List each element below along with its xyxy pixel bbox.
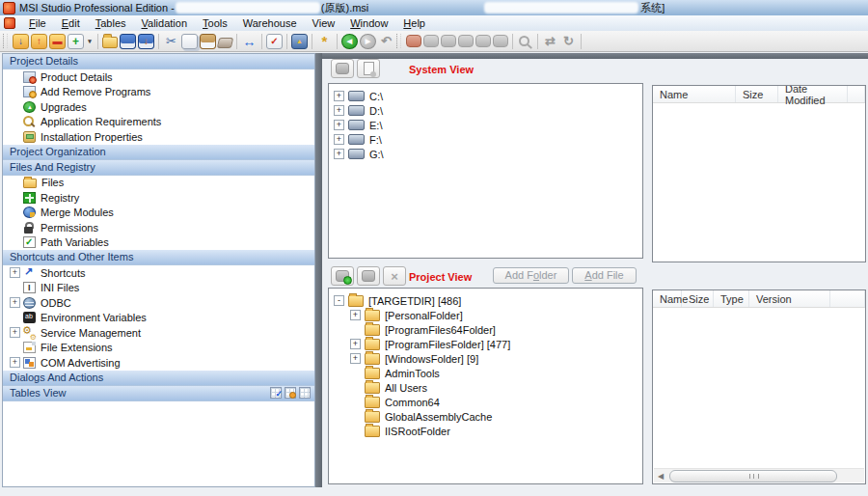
sidebar-section-project-organization[interactable]: Project Organization (3, 145, 314, 160)
sidebar-item-odbc[interactable]: +ODBC (3, 295, 314, 311)
validate-icon[interactable]: ✓ (266, 34, 283, 49)
child-window-icon[interactable] (4, 17, 15, 29)
toolbar-grip[interactable] (396, 34, 401, 48)
package-op-6-icon[interactable] (493, 35, 508, 47)
refresh-icon[interactable]: ↻ (560, 34, 577, 49)
expander[interactable]: + (10, 357, 20, 368)
menu-tools[interactable]: Tools (195, 16, 235, 30)
table-view-modified-icon[interactable] (285, 387, 296, 399)
package-op-4-icon[interactable] (458, 35, 474, 47)
undo-icon[interactable]: ↶ (378, 34, 394, 49)
menu-file[interactable]: File (21, 16, 54, 30)
sidebar-section-files-and-registry[interactable]: Files And Registry (3, 160, 314, 176)
horizontal-scrollbar[interactable]: ◀ (654, 468, 864, 482)
scrollbar-thumb[interactable] (669, 470, 837, 482)
package-op-1-icon[interactable] (406, 35, 421, 47)
expander[interactable]: + (350, 353, 361, 364)
project-tree-row[interactable]: Common64 (329, 395, 642, 409)
project-tree-row[interactable]: IISRootFolder (329, 424, 642, 438)
menu-window[interactable]: Window (342, 16, 395, 30)
sync-icon[interactable]: ⇄ (542, 34, 558, 49)
sidebar-section-dialogs-and-actions[interactable]: Dialogs And Actions (3, 371, 314, 386)
horizontal-splitter[interactable] (322, 53, 868, 59)
menu-help[interactable]: Help (395, 16, 433, 30)
remove-from-project-button[interactable]: × (383, 266, 406, 286)
extract-from-project-button[interactable] (357, 266, 380, 286)
sidebar-item-shortcuts[interactable]: +Shortcuts (3, 265, 314, 281)
save-icon[interactable] (120, 34, 136, 49)
package-op-5-icon[interactable] (475, 35, 491, 47)
project-tree-row[interactable]: AdminTools (329, 366, 642, 380)
toolbar-grip[interactable] (3, 34, 8, 48)
new-package-icon[interactable]: + (68, 34, 84, 49)
expander[interactable]: + (350, 310, 361, 320)
open-archive-icon[interactable]: ▬ (49, 34, 66, 49)
table-view-checked-icon[interactable] (270, 387, 282, 399)
paste-icon[interactable] (200, 34, 216, 49)
sidebar-item-service-management[interactable]: +Service Management (3, 325, 314, 341)
drive-row[interactable]: +C:\ (329, 89, 642, 103)
sidebar-item-file-extensions[interactable]: File Extensions (3, 341, 314, 356)
sidebar-item-application-requirements[interactable]: Application Requirements (3, 115, 314, 130)
drive-row[interactable]: +G:\ (329, 147, 642, 161)
compare-icon[interactable]: ↔ (241, 34, 258, 49)
drive-row[interactable]: +D:\ (329, 103, 642, 118)
sidebar-item-product-details[interactable]: Product Details (3, 69, 314, 85)
expander[interactable]: + (350, 339, 361, 349)
menu-view[interactable]: View (305, 16, 343, 30)
expander[interactable]: + (334, 134, 344, 145)
build-icon[interactable]: ▲ (291, 34, 308, 49)
expander[interactable]: + (10, 327, 20, 338)
package-op-3-icon[interactable] (441, 35, 456, 47)
expander[interactable]: + (10, 297, 20, 308)
sidebar-item-path-variables[interactable]: Path Variables (3, 235, 314, 251)
project-tree-row[interactable]: GlobalAssemblyCache (329, 409, 642, 424)
menu-edit[interactable]: Edit (54, 16, 88, 30)
menu-validation[interactable]: Validation (134, 16, 196, 30)
expander[interactable]: - (334, 295, 344, 306)
open-file-icon[interactable] (102, 37, 118, 48)
export-package-icon[interactable]: ↑ (31, 34, 47, 49)
sidebar-section-tables-view[interactable]: Tables View (3, 386, 314, 401)
column-type[interactable]: Type (714, 290, 749, 307)
wizard-wand-icon[interactable]: * (316, 34, 333, 49)
project-tree-row[interactable]: +[WindowsFolder] [9] (329, 351, 642, 366)
forward-icon[interactable]: ▶ (360, 34, 376, 49)
sidebar-section-project-details[interactable]: Project Details (3, 54, 314, 69)
expander[interactable]: + (334, 120, 344, 130)
import-package-icon[interactable]: ↓ (13, 34, 29, 49)
format-eraser-icon[interactable] (217, 38, 233, 48)
project-tree-row[interactable]: [ProgramFiles64Folder] (329, 322, 642, 337)
sidebar-item-installation-properties[interactable]: Installation Properties (3, 129, 314, 145)
sidebar-section-shortcuts-and-other-items[interactable]: Shortcuts and Other Items (3, 250, 314, 265)
expander[interactable]: + (334, 149, 344, 159)
project-view-tree[interactable]: -[TARGETDIR] [486] +[PersonalFolder] [Pr… (328, 288, 643, 484)
package-op-2-icon[interactable] (423, 35, 439, 47)
sidebar-item-files[interactable]: Files (3, 176, 314, 191)
search-icon[interactable] (517, 34, 533, 49)
sidebar-item-environment-variables[interactable]: Environment Variables (3, 311, 314, 326)
expander[interactable]: + (334, 91, 344, 101)
view-system-file-button[interactable] (357, 59, 380, 78)
drive-row[interactable]: +E:\ (329, 118, 642, 132)
sidebar-item-add-remove-programs[interactable]: Add Remove Programs (3, 85, 314, 100)
add-system-item-button[interactable] (331, 59, 354, 78)
column-name[interactable]: Name (653, 86, 736, 102)
project-tree-row[interactable]: -[TARGETDIR] [486] (329, 293, 642, 308)
sidebar-item-permissions[interactable]: Permissions (3, 220, 314, 235)
project-tree-row[interactable]: All Users (329, 380, 642, 395)
column-version[interactable]: Version (749, 290, 830, 307)
vertical-splitter[interactable] (315, 53, 322, 487)
sidebar-item-com-advertising[interactable]: +COM Advertising (3, 355, 314, 371)
save-as-icon[interactable]: ↓ (138, 34, 154, 49)
menu-warehouse[interactable]: Warehouse (235, 16, 305, 30)
menu-tables[interactable]: Tables (88, 16, 134, 30)
add-folder-button[interactable]: Add Folder (493, 267, 569, 284)
column-date-modified[interactable]: Date Modified (778, 86, 848, 102)
sidebar-item-registry[interactable]: Registry (3, 190, 314, 206)
drive-row[interactable]: +F:\ (329, 132, 642, 147)
sidebar-item-upgrades[interactable]: Upgrades (3, 99, 314, 115)
system-view-tree[interactable]: +C:\ +D:\ +E:\ +F:\ +G:\ (328, 83, 643, 259)
sidebar-item-merge-modules[interactable]: Merge Modules (3, 206, 314, 221)
scroll-left-arrow-icon[interactable]: ◀ (654, 472, 667, 481)
